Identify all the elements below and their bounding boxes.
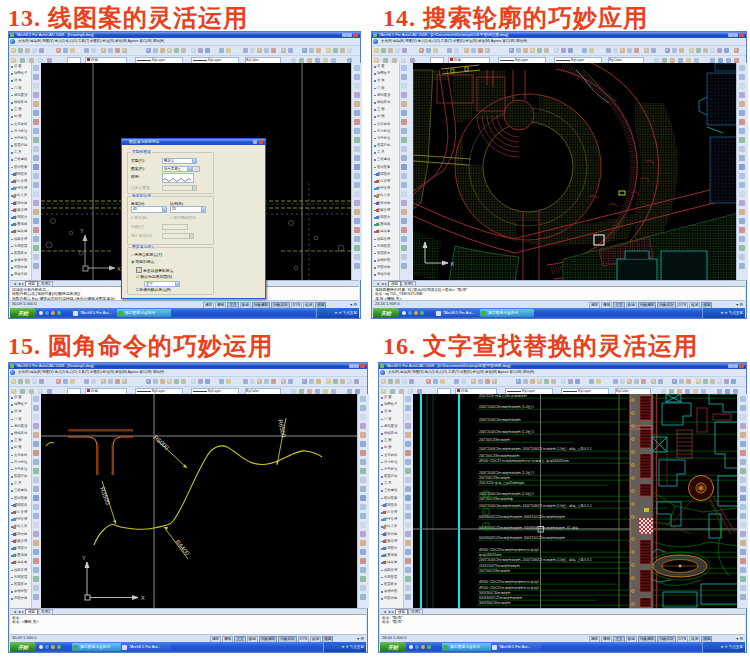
- svg-text:600X600XCZ5报混结构和结构: 600X600XCZ5报混结构和结构: [479, 596, 522, 600]
- svg-text:2400*2040C3报混结构和结构 (1.2栏) 1: 2400*2040C3报混结构和结构 (1.2栏) 1: [479, 430, 534, 434]
- svg-text:600X600XCZ5报混结构和结构, 600X110CZ5: 600X600XCZ5报混结构和结构, 600X110CZ5报混结构和结构: [479, 515, 565, 519]
- svg-text:2400*2040C3报混结构和结构 (1.2栏) 1: 2400*2040C3报混结构和结构 (1.2栏) 1: [479, 471, 534, 475]
- svg-text:2400*2040C3报混结构和结构: 2400*2040C3报混结构和结构: [479, 418, 521, 422]
- svg-text:2400*2040C3报混结构和结构 (1.2栏) 1: 2400*2040C3报混结构和结构 (1.2栏) 1: [479, 405, 534, 409]
- svg-text:板临5400X1mm: 板临5400X1mm: [478, 553, 502, 557]
- svg-text:300X300C30报混结构: 300X300C30报混结构: [479, 601, 510, 605]
- svg-text:Y: Y: [80, 228, 84, 234]
- svg-text:600X600XCZ5报混结构和结构, 600X600CZ5: 600X600XCZ5报混结构和结构, 600X600CZ5报混结构和结构, 4…: [479, 526, 578, 530]
- svg-text:200*200CX3报混结构和结构: 200*200CX3报混结构和结构: [479, 454, 519, 458]
- svg-text:200*200CX3报混结构: 200*200CX3报混结构: [479, 569, 510, 573]
- svg-text:250CX250 报监人04n,不锈钢结构: 250CX250 报监人04n,不锈钢结构: [479, 394, 527, 398]
- svg-text:4F500~250CZ5 报混结构和结构中间 报混凝土, 板: 4F500~250CZ5 报混结构和结构中间 报混凝土, 板临5400X1mm: [479, 459, 569, 463]
- svg-text:4F450~250CZ5报混结构和结构中间 板临5: 4F450~250CZ5报混结构和结构中间 板临5: [479, 548, 539, 552]
- svg-text:250CX250 板临,上层05结构临时: 250CX250 板临,上层05结构临时: [479, 481, 526, 485]
- svg-text:X: X: [141, 595, 145, 601]
- svg-text:2400*2040C3报混结构和结构 (1.0栏) 1: 2400*2040C3报混结构和结构 (1.0栏) 1: [479, 492, 534, 496]
- svg-text:X: X: [450, 261, 454, 267]
- svg-text:200*200CX3报混结构: 200*200CX3报混结构: [479, 438, 510, 442]
- svg-text:2400*2040C3报混结构和结构, 2400*2040C: 2400*2040C3报混结构和结构, 2400*2040C3 报混结构 (1.…: [479, 447, 592, 451]
- svg-text:600X600XCZ5报混结构和结构, 600X110CZ5: 600X600XCZ5报混结构和结构, 600X110CZ5报混结构和结构: [479, 536, 565, 540]
- svg-text:200*200CX3报混结构体: 200*200CX3报混结构体: [479, 497, 514, 501]
- svg-text:4F500~250CZ5报混结构和结构中间 板临5: 4F500~250CZ5报混结构和结构中间 板临5: [479, 586, 539, 590]
- svg-text:250X250X75报混结构和结构: 250X250X75报混结构和结构: [479, 564, 520, 568]
- svg-text:4F450~250CZ5报混结构和结构中间 板临5: 4F450~250CZ5报混结构和结构中间 板临5: [479, 580, 539, 584]
- svg-text:200*200CX3报混结构: 200*200CX3报混结构: [479, 476, 510, 480]
- svg-text:Y: Y: [82, 555, 86, 561]
- svg-text:300X300C30报混结构: 300X300C30报混结构: [479, 591, 510, 595]
- svg-text:2400*2040C3报混结构和结构, 2400*2040C: 2400*2040C3报混结构和结构, 2400*2040C3 报混结构 (1.…: [479, 558, 592, 562]
- svg-text:2400*2040C3报混结构和结构, 2400*2040C: 2400*2040C3报混结构和结构, 2400*2040C3 报混结构 (1.…: [479, 504, 592, 508]
